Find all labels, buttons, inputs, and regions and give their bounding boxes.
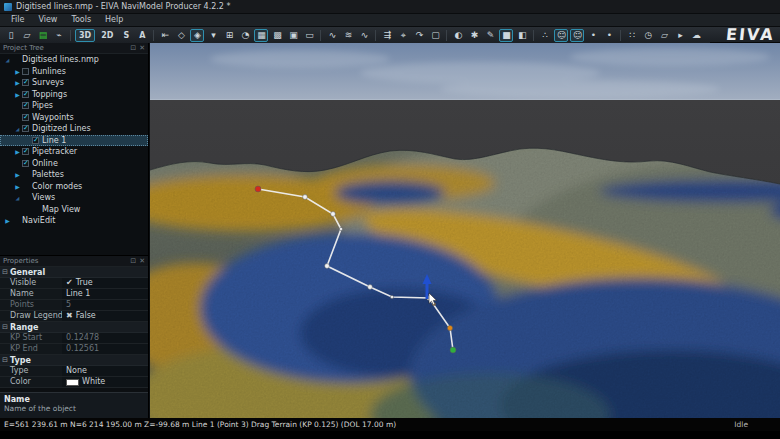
palette-icon[interactable]: ✱ <box>467 29 481 42</box>
collapse-icon[interactable]: ⊟ <box>0 268 10 276</box>
view-3d-button[interactable]: 3D <box>75 29 95 42</box>
profile-graph-icon-2[interactable]: ≋ <box>341 29 355 42</box>
profile-graph-icon-1[interactable]: ∿ <box>325 29 339 42</box>
camera-icon[interactable]: ▣ <box>286 29 300 42</box>
tree-collapsed-arrow-icon[interactable]: ▶ <box>3 217 12 224</box>
tree-checkbox[interactable]: ✓ <box>22 114 29 121</box>
tree-item-palettes[interactable]: ▶Palettes <box>0 169 148 181</box>
vertex-point[interactable] <box>390 295 393 298</box>
property-value[interactable]: ✔True <box>62 278 148 288</box>
new-file-icon[interactable]: ▯ <box>4 29 18 42</box>
route-icon[interactable]: ⇶ <box>380 29 394 42</box>
menu-view[interactable]: View <box>31 14 64 26</box>
tree-checkbox[interactable]: ✓ <box>22 125 29 132</box>
rect-select-icon[interactable]: ▢ <box>428 29 442 42</box>
cursor-tool-icon[interactable]: ▸ <box>673 29 687 42</box>
3d-viewport[interactable] <box>150 43 780 418</box>
vertex-point[interactable] <box>331 212 336 217</box>
square-fill-icon[interactable]: ■ <box>499 29 513 42</box>
collapse-icon[interactable]: ⊟ <box>0 356 10 364</box>
tree-collapsed-arrow-icon[interactable]: ▶ <box>13 171 22 178</box>
view-a-button[interactable]: A <box>135 29 149 42</box>
vertex-point[interactable] <box>339 227 342 230</box>
tree-item-naviedit[interactable]: ▶NaviEdit <box>0 215 148 227</box>
view-s-button[interactable]: S <box>119 29 133 42</box>
close-icon[interactable]: ✕ <box>139 256 145 267</box>
terrain-box-icon[interactable]: ▱ <box>657 29 671 42</box>
property-row-draw-legend[interactable]: Draw Legend✖False <box>0 311 148 322</box>
tree-collapsed-arrow-icon[interactable]: ▶ <box>13 91 22 98</box>
property-row-points[interactable]: Points5 <box>0 300 148 311</box>
menu-file[interactable]: File <box>4 14 31 26</box>
tree-checkbox[interactable]: ✓ <box>22 148 29 155</box>
close-icon[interactable]: ✕ <box>139 43 145 54</box>
profile-graph-icon-3[interactable]: ∿ <box>357 29 371 42</box>
terrain[interactable] <box>150 133 780 418</box>
tree-checkbox[interactable]: ✓ <box>22 79 29 86</box>
pin-icon[interactable]: ⊡ <box>130 256 136 267</box>
tree-checkbox[interactable] <box>22 68 29 75</box>
property-value[interactable]: Line 1 <box>62 289 148 299</box>
open-file-icon[interactable]: ▱ <box>20 29 34 42</box>
tree-item-toppings[interactable]: ▶✓Toppings <box>0 89 148 101</box>
globe-icon[interactable]: ◔ <box>238 29 252 42</box>
mesh-icon[interactable]: ▦ <box>254 29 268 42</box>
fill-icon[interactable]: ◧ <box>515 29 529 42</box>
paint-icon[interactable]: ✎ <box>483 29 497 42</box>
tree-item-online[interactable]: ✓Online <box>0 158 148 170</box>
waypoint-pin-icon[interactable]: ⌖ <box>396 29 410 42</box>
tree-item-digitised-lines-nmp[interactable]: ◢Digitised lines.nmp <box>0 54 148 66</box>
tree-collapsed-arrow-icon[interactable]: ▶ <box>13 183 22 190</box>
dropdown-caret-icon[interactable]: ▾ <box>206 29 220 42</box>
property-value[interactable]: 5 <box>62 300 148 310</box>
tree-checkbox[interactable]: ✓ <box>22 160 29 167</box>
tree-expanded-arrow-icon[interactable]: ◢ <box>13 126 22 132</box>
points-icon[interactable]: ∴ <box>538 29 552 42</box>
tree-expanded-arrow-icon[interactable]: ◢ <box>13 195 22 201</box>
xyz-icon[interactable]: ∷ <box>625 29 639 42</box>
property-value[interactable]: White <box>62 377 148 387</box>
grid-icon[interactable]: ⊞ <box>222 29 236 42</box>
import-view-icon[interactable]: ⇤ <box>158 29 172 42</box>
property-row-color[interactable]: ColorWhite <box>0 377 148 388</box>
start-point[interactable] <box>255 186 261 192</box>
vertex-point[interactable] <box>325 264 330 269</box>
tree-item-digitized-lines[interactable]: ◢✓Digitized Lines <box>0 123 148 135</box>
point-add-icon[interactable]: • <box>586 29 600 42</box>
tree-item-surveys[interactable]: ▶✓Surveys <box>0 77 148 89</box>
smiley-icon-2[interactable]: ☺ <box>570 29 584 42</box>
tree-item-color-modes[interactable]: ▶Color modes <box>0 181 148 193</box>
ruler-icon[interactable]: ▭ <box>302 29 316 42</box>
gauge-icon[interactable]: ◷ <box>641 29 655 42</box>
contrast-icon[interactable]: ◐ <box>451 29 465 42</box>
property-row-kp-end[interactable]: KP End0.12561 <box>0 344 148 355</box>
property-value[interactable]: 0.12478 <box>62 333 148 343</box>
tree-expanded-arrow-icon[interactable]: ◢ <box>3 57 12 63</box>
collapse-icon[interactable]: ⊟ <box>0 323 10 331</box>
waypoint-point[interactable] <box>447 325 452 330</box>
save-icon[interactable]: ▤ <box>36 29 50 42</box>
connect-icon[interactable]: ⌁ <box>52 29 66 42</box>
view-2d-button[interactable]: 2D <box>97 29 117 42</box>
orbit-icon[interactable]: ◇ <box>174 29 188 42</box>
property-section-type[interactable]: ⊟Type <box>0 355 148 366</box>
tree-item-waypoints[interactable]: ✓Waypoints <box>0 112 148 124</box>
tree-checkbox[interactable]: ✓ <box>32 137 39 144</box>
property-row-visible[interactable]: Visible✔True <box>0 278 148 289</box>
property-section-range[interactable]: ⊟Range <box>0 322 148 333</box>
property-row-kp-start[interactable]: KP Start0.12478 <box>0 333 148 344</box>
tree-item-runlines[interactable]: ▶Runlines <box>0 66 148 78</box>
vertex-point[interactable] <box>368 285 373 290</box>
smiley-icon-1[interactable]: ☺ <box>554 29 568 42</box>
curve-icon[interactable]: ↷ <box>412 29 426 42</box>
tree-collapsed-arrow-icon[interactable]: ▶ <box>13 148 22 155</box>
tree-checkbox[interactable]: ✓ <box>22 102 29 109</box>
tree-item-map-view[interactable]: Map View <box>0 204 148 216</box>
tree-item-pipes[interactable]: ✓Pipes <box>0 100 148 112</box>
menu-tools[interactable]: Tools <box>64 14 98 26</box>
tree-item-pipetracker[interactable]: ▶✓Pipetracker <box>0 146 148 158</box>
property-value[interactable]: 0.12561 <box>62 344 148 354</box>
tree-item-line-1[interactable]: ✓Line 1 <box>0 135 148 147</box>
selection-box-icon[interactable]: ▩ <box>270 29 284 42</box>
vertex-point[interactable] <box>303 195 308 200</box>
